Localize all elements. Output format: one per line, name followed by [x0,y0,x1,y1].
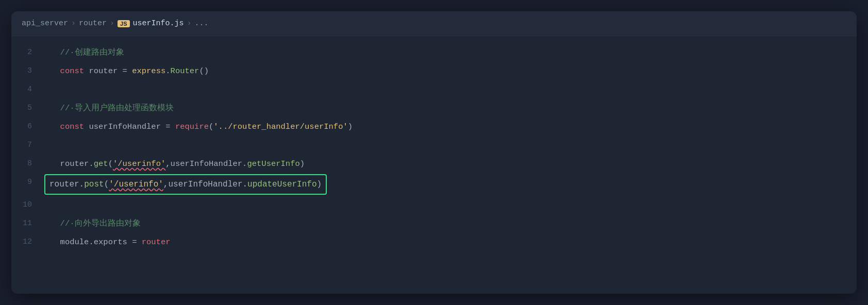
line-content: //·向外导出路由对象 [42,214,857,233]
code-token: ) [317,175,322,194]
line-number: 12 [11,233,42,251]
line-number: 6 [11,117,42,136]
code-token: const [60,66,85,76]
breadcrumb-sep2: › [110,19,114,28]
code-token: ) [300,159,305,168]
breadcrumb-sep1: › [71,19,76,28]
code-token: router [49,175,79,194]
code-token: . [79,175,85,194]
line-number: 8 [11,155,42,173]
line-content: router.get('/userinfo',userInfoHandler.g… [42,155,857,173]
line-number: 2 [11,43,42,62]
breadcrumb-part3: userInfo.js [133,19,184,28]
code-token [51,122,60,131]
code-token: get [94,159,108,168]
code-token: exports [94,238,127,247]
code-token: '/userinfo' [113,159,165,168]
code-token: . [89,159,93,168]
code-token: post [84,175,104,194]
code-token: ( [108,159,113,168]
code-token: module [51,238,89,247]
line-number: 4 [11,80,42,99]
code-line: 4 [11,80,857,99]
code-token: router [84,66,122,76]
code-token: = [127,238,142,247]
breadcrumb-sep3: › [187,19,192,28]
code-token: require [171,122,209,131]
line-content [42,136,857,155]
code-line: 3 const router = express.Router() [11,62,857,80]
code-line: 2 //·创建路由对象 [11,43,857,62]
code-token: const [60,122,85,131]
line-content [42,80,857,99]
code-line: 6 const userInfoHandler = require('../ro… [11,117,857,136]
line-content [42,196,857,214]
code-token: Router [171,66,199,76]
line-content: module.exports = router [42,233,857,251]
code-token: ,userInfoHandler. [163,175,247,194]
code-line: 10 [11,196,857,214]
breadcrumb-part4: ... [195,19,209,28]
code-line: 5 //·导入用户路由处理函数模块 [11,99,857,117]
line-number: 7 [11,136,42,155]
line-content: const userInfoHandler = require('../rout… [42,117,857,136]
code-line: 8 router.get('/userinfo',userInfoHandler… [11,155,857,173]
code-token: ( [104,175,109,194]
code-token: //·创建路由对象 [51,48,124,57]
code-token: ( [209,122,213,131]
breadcrumb-part2: router [79,19,107,28]
code-token: = [165,122,170,131]
line-content: //·导入用户路由处理函数模块 [42,99,857,117]
code-line: 11 //·向外导出路由对象 [11,214,857,233]
highlighted-line-box: router.post('/userinfo',userInfoHandler.… [44,174,327,195]
line-content: //·创建路由对象 [42,43,857,62]
code-token: '../router_handler/userInfo' [213,122,347,131]
code-token: getUserInfo [247,159,299,168]
code-token: //·向外导出路由对象 [51,219,141,228]
breadcrumb-part1: api_server [22,19,68,28]
code-line: 7 [11,136,857,155]
editor-window: api_server › router › JS userInfo.js › .… [11,11,857,294]
js-badge: JS [118,20,129,27]
code-token: express [127,66,165,76]
code-token: = [123,66,127,76]
code-token [51,66,60,76]
code-area: 2 //·创建路由对象3 const router = express.Rout… [11,36,857,259]
breadcrumb-bar: api_server › router › JS userInfo.js › .… [11,11,857,36]
line-number: 9 [11,173,42,196]
code-token: () [199,66,209,76]
line-number: 10 [11,196,42,214]
line-number: 5 [11,99,42,117]
code-token: //·导入用户路由处理函数模块 [51,104,174,113]
code-token: . [89,238,93,247]
code-token: userInfoHandler [84,122,165,131]
code-token: '/userinfo' [109,175,163,194]
line-content: const router = express.Router() [42,62,857,80]
code-line: 12 module.exports = router [11,233,857,251]
code-token: router [51,159,89,168]
code-token: . [165,66,170,76]
code-token: ) [348,122,353,131]
line-number: 11 [11,214,42,233]
code-token: updateUserInfo [247,175,316,194]
code-token: router [142,238,171,247]
code-token: ,userInfoHandler. [165,159,247,168]
code-line: 9 router.post('/userinfo',userInfoHandle… [11,173,857,196]
line-number: 3 [11,62,42,80]
